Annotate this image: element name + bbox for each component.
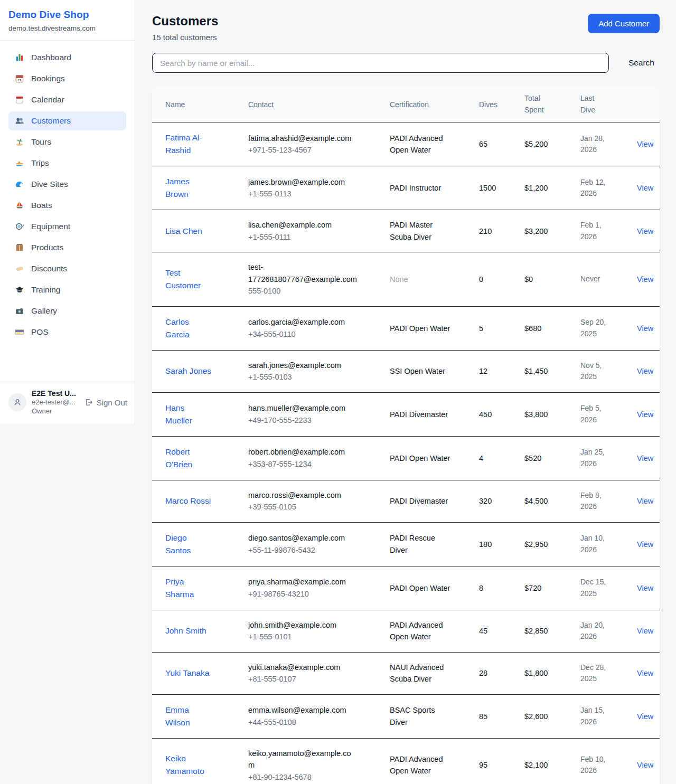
view-customer-link[interactable]: View bbox=[637, 275, 653, 284]
customer-certification: PADI Advanced Open Water bbox=[390, 619, 454, 643]
view-customer-link[interactable]: View bbox=[637, 454, 653, 462]
customer-name-link[interactable]: Keiko Yamamoto bbox=[165, 752, 212, 778]
sidebar-item-gallery[interactable]: Gallery bbox=[8, 301, 126, 320]
view-customer-link[interactable]: View bbox=[637, 140, 653, 148]
customer-name-link[interactable]: Fatima Al-Rashid bbox=[165, 131, 212, 157]
customer-last-dive: Feb 8, 2026 bbox=[580, 490, 614, 513]
sidebar-item-label: Boats bbox=[31, 201, 52, 210]
customer-name-link[interactable]: Lisa Chen bbox=[165, 225, 202, 238]
customer-name-link[interactable]: Test Customer bbox=[165, 267, 212, 292]
sidebar-item-trips[interactable]: Trips bbox=[8, 154, 126, 173]
customer-phone: +55-11-99876-5432 bbox=[248, 544, 377, 556]
speedboat-icon bbox=[15, 158, 24, 168]
sidebar-item-discounts[interactable]: Discounts bbox=[8, 259, 126, 278]
table-row: Carlos Garcia carlos.garcia@example.com … bbox=[152, 306, 660, 350]
view-customer-link[interactable]: View bbox=[637, 410, 653, 419]
tag-icon bbox=[15, 264, 24, 273]
table-header: NameContactCertificationDivesTotal Spent… bbox=[152, 87, 660, 122]
sign-out-button[interactable]: Sign Out bbox=[84, 398, 127, 407]
customer-certification: PADI Instructor bbox=[390, 182, 441, 194]
view-customer-link[interactable]: View bbox=[637, 324, 653, 333]
customer-email: hans.mueller@example.com bbox=[248, 402, 357, 414]
sidebar-item-equipment[interactable]: Equipment bbox=[8, 217, 126, 236]
customer-name-link[interactable]: Robert O'Brien bbox=[165, 446, 212, 471]
customer-total-spent: $0 bbox=[524, 275, 533, 284]
sidebar-item-dashboard[interactable]: Dashboard bbox=[8, 48, 126, 67]
sidebar-item-bookings[interactable]: 17 Bookings bbox=[8, 69, 126, 88]
customer-last-dive: Jan 28, 2026 bbox=[580, 133, 614, 156]
customer-name-link[interactable]: Sarah Jones bbox=[165, 365, 211, 377]
customer-certification: PADI Open Water bbox=[390, 582, 450, 594]
add-customer-button[interactable]: Add Customer bbox=[588, 14, 660, 33]
sidebar-item-training[interactable]: Training bbox=[8, 280, 126, 299]
view-customer-link[interactable]: View bbox=[637, 227, 653, 235]
customer-total-spent: $5,200 bbox=[524, 140, 548, 148]
customer-phone: +1-555-0103 bbox=[248, 371, 377, 383]
customer-name-link[interactable]: Marco Rossi bbox=[165, 495, 211, 507]
customer-email: emma.wilson@example.com bbox=[248, 704, 357, 716]
sidebar-item-pos[interactable]: POS bbox=[8, 323, 126, 342]
sidebar-item-tours[interactable]: Tours bbox=[8, 133, 126, 152]
sidebar-item-dive-sites[interactable]: Dive Sites bbox=[8, 175, 126, 194]
customer-name-link[interactable]: Hans Mueller bbox=[165, 402, 212, 427]
sidebar-item-products[interactable]: Products bbox=[8, 238, 126, 257]
table-row: Fatima Al-Rashid fatima.alrashid@example… bbox=[152, 122, 660, 166]
table-row: Test Customer test-1772681807767@example… bbox=[152, 252, 660, 306]
customer-count: 15 total customers bbox=[152, 33, 218, 42]
customer-last-dive: Never bbox=[580, 273, 600, 285]
customer-last-dive: Nov 5, 2025 bbox=[580, 360, 614, 383]
customer-phone: +1-555-0113 bbox=[248, 188, 377, 200]
customer-name-link[interactable]: James Brown bbox=[165, 175, 212, 201]
sidebar-item-label: Equipment bbox=[31, 222, 70, 231]
view-customer-link[interactable]: View bbox=[637, 367, 653, 375]
customer-email: keiko.yamamoto@example.com bbox=[248, 748, 357, 771]
customer-total-spent: $3,800 bbox=[524, 410, 548, 419]
user-role: Owner bbox=[32, 407, 79, 416]
app-layout: Demo Dive Shop demo.test.divestreams.com… bbox=[0, 0, 676, 784]
customer-email: sarah.jones@example.com bbox=[248, 360, 357, 371]
customer-total-spent: $1,200 bbox=[524, 184, 548, 192]
customer-last-dive: Sep 20, 2025 bbox=[580, 317, 614, 339]
sidebar-item-boats[interactable]: Boats bbox=[8, 196, 126, 215]
view-customer-link[interactable]: View bbox=[637, 584, 653, 592]
view-customer-link[interactable]: View bbox=[637, 540, 653, 549]
view-customer-link[interactable]: View bbox=[637, 669, 653, 677]
customer-email: james.brown@example.com bbox=[248, 176, 357, 188]
view-customer-link[interactable]: View bbox=[637, 184, 653, 192]
customer-dives: 1500 bbox=[479, 184, 496, 192]
user-info: E2E Test U... e2e-tester@... Owner bbox=[32, 389, 79, 416]
customer-name-link[interactable]: Emma Wilson bbox=[165, 704, 212, 729]
wave-icon bbox=[15, 180, 24, 189]
sidebar-item-label: Training bbox=[31, 285, 60, 295]
column-header-actions bbox=[631, 87, 660, 122]
sidebar-item-label: Dashboard bbox=[31, 53, 71, 62]
view-customer-link[interactable]: View bbox=[637, 761, 653, 769]
customer-name-link[interactable]: Carlos Garcia bbox=[165, 316, 212, 341]
customer-total-spent: $680 bbox=[524, 324, 541, 333]
customer-name-link[interactable]: Diego Santos bbox=[165, 532, 212, 557]
bookings-calendar-icon: 17 bbox=[15, 74, 24, 83]
customer-last-dive: Jan 10, 2026 bbox=[580, 533, 614, 555]
sidebar-item-calendar[interactable]: Calendar bbox=[8, 90, 126, 109]
avatar bbox=[8, 393, 26, 411]
customer-dives: 12 bbox=[479, 367, 487, 375]
view-customer-link[interactable]: View bbox=[637, 497, 653, 505]
column-header-total-spent: Total Spent bbox=[518, 87, 574, 122]
customer-email: lisa.chen@example.com bbox=[248, 219, 357, 231]
customer-email: fatima.alrashid@example.com bbox=[248, 133, 357, 144]
customer-name-link[interactable]: Priya Sharma bbox=[165, 575, 212, 601]
customer-certification: PADI Open Water bbox=[390, 323, 450, 334]
table-row: Keiko Yamamoto keiko.yamamoto@example.co… bbox=[152, 738, 660, 784]
customer-total-spent: $720 bbox=[524, 584, 541, 592]
search-input[interactable] bbox=[152, 53, 609, 73]
view-customer-link[interactable]: View bbox=[637, 712, 653, 721]
customer-name-link[interactable]: Yuki Tanaka bbox=[165, 667, 209, 679]
sidebar-item-customers[interactable]: Customers bbox=[8, 111, 126, 130]
package-icon bbox=[15, 243, 24, 252]
view-customer-link[interactable]: View bbox=[637, 627, 653, 635]
sidebar-item-label: Discounts bbox=[31, 264, 67, 273]
search-button[interactable]: Search bbox=[623, 55, 660, 71]
shop-name: Demo Dive Shop bbox=[8, 9, 126, 21]
customer-name-link[interactable]: John Smith bbox=[165, 625, 206, 637]
customer-total-spent: $2,100 bbox=[524, 761, 548, 769]
